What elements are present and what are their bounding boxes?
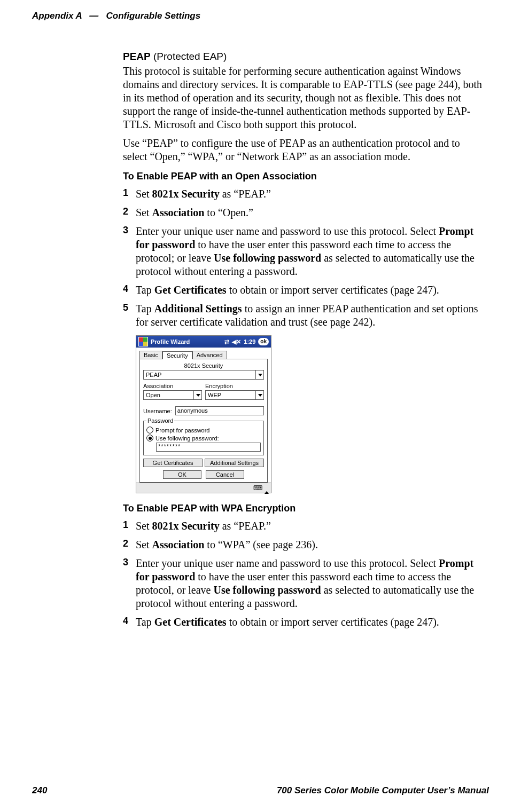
- profile-wizard-screenshot: Profile Wizard ⇄ ◀✕ 1:29 ok Basic Securi…: [136, 335, 271, 493]
- header-title: Configurable Settings: [106, 11, 201, 21]
- wpa-step-2: 2 Set Association to “WPA” (see page 236…: [123, 538, 484, 551]
- step-number: 5: [123, 302, 136, 329]
- peap-heading-rest: (Protected EAP): [151, 51, 227, 62]
- step-number: 4: [123, 616, 136, 629]
- security-dropdown[interactable]: PEAP: [143, 370, 264, 380]
- security-label: 8021x Security: [143, 362, 264, 369]
- header-dash: —: [89, 11, 98, 21]
- radio-use-password[interactable]: Use following password:: [146, 435, 261, 442]
- step-number: 1: [123, 187, 136, 201]
- open-step-5: 5 Tap Additional Settings to assign an i…: [123, 302, 484, 329]
- window-title: Profile Wizard: [151, 338, 224, 345]
- chevron-down-icon: [255, 370, 262, 379]
- tab-basic[interactable]: Basic: [139, 351, 162, 359]
- chevron-down-icon: [193, 391, 200, 399]
- additional-settings-button[interactable]: Additional Settings: [205, 459, 264, 467]
- peap-paragraph-1: This protocol is suitable for performing…: [123, 65, 484, 131]
- clock-time[interactable]: 1:29: [244, 338, 255, 345]
- tab-security[interactable]: Security: [162, 351, 192, 359]
- peap-heading: PEAP (Protected EAP): [123, 51, 484, 62]
- page-number: 240: [32, 785, 47, 796]
- open-assoc-heading: To Enable PEAP with an Open Association: [123, 171, 484, 182]
- association-dropdown[interactable]: Open: [143, 390, 202, 400]
- wpa-heading: To Enable PEAP with WPA Encryption: [123, 503, 484, 514]
- radio-prompt-label: Prompt for password: [155, 427, 209, 433]
- cancel-button[interactable]: Cancel: [206, 470, 244, 479]
- step-number: 2: [123, 538, 136, 551]
- get-certificates-button[interactable]: Get Certificates: [143, 459, 203, 467]
- chevron-down-icon: [255, 391, 262, 399]
- username-label: Username:: [143, 408, 172, 414]
- peap-paragraph-2: Use “PEAP” to configure the use of PEAP …: [123, 137, 484, 163]
- step-number: 3: [123, 225, 136, 278]
- step-number: 4: [123, 283, 136, 297]
- connectivity-icon[interactable]: ⇄: [224, 338, 229, 345]
- peap-heading-bold: PEAP: [123, 51, 151, 62]
- association-value: Open: [146, 392, 160, 398]
- encryption-value: WEP: [208, 392, 221, 398]
- sip-bar: ⌨: [136, 483, 271, 493]
- page-header: Appendix A — Configurable Settings: [32, 11, 489, 21]
- arrow-up-icon[interactable]: [265, 485, 269, 491]
- radio-icon: [146, 435, 153, 442]
- ok-button[interactable]: OK: [163, 470, 201, 479]
- step-number: 1: [123, 519, 136, 533]
- wpa-step-3: 3 Enter your unique user name and passwo…: [123, 557, 484, 610]
- association-label: Association: [143, 383, 202, 389]
- open-step-4: 4 Tap Get Certificates to obtain or impo…: [123, 283, 484, 297]
- ok-badge-button[interactable]: ok: [258, 338, 269, 345]
- step-number: 2: [123, 206, 136, 219]
- tab-advanced[interactable]: Advanced: [192, 351, 227, 359]
- manual-title: 700 Series Color Mobile Computer User’s …: [277, 785, 489, 796]
- radio-use-label: Use following password:: [155, 435, 219, 442]
- open-step-2: 2 Set Association to “Open.”: [123, 206, 484, 219]
- username-input[interactable]: anonymous: [175, 406, 264, 415]
- password-group: Password Prompt for password Use followi…: [143, 417, 264, 455]
- open-step-3: 3 Enter your unique user name and passwo…: [123, 225, 484, 278]
- page-footer: 240 700 Series Color Mobile Computer Use…: [32, 785, 489, 796]
- volume-icon[interactable]: ◀✕: [232, 338, 241, 345]
- encryption-dropdown[interactable]: WEP: [205, 390, 264, 400]
- wpa-step-4: 4 Tap Get Certificates to obtain or impo…: [123, 616, 484, 629]
- wpa-step-1: 1 Set 8021x Security as “PEAP.”: [123, 519, 484, 533]
- titlebar: Profile Wizard ⇄ ◀✕ 1:29 ok: [136, 336, 271, 348]
- password-legend: Password: [146, 417, 174, 424]
- header-appendix: Appendix A: [32, 11, 82, 21]
- step-number: 3: [123, 557, 136, 610]
- open-step-1: 1 Set 8021x Security as “PEAP.”: [123, 187, 484, 201]
- start-flag-icon[interactable]: [138, 337, 148, 346]
- keyboard-icon[interactable]: ⌨: [253, 484, 262, 492]
- password-input[interactable]: ********: [156, 443, 261, 452]
- security-value: PEAP: [146, 372, 161, 378]
- radio-prompt-password[interactable]: Prompt for password: [146, 427, 261, 433]
- radio-icon: [146, 427, 153, 433]
- encryption-label: Encryption: [205, 383, 264, 389]
